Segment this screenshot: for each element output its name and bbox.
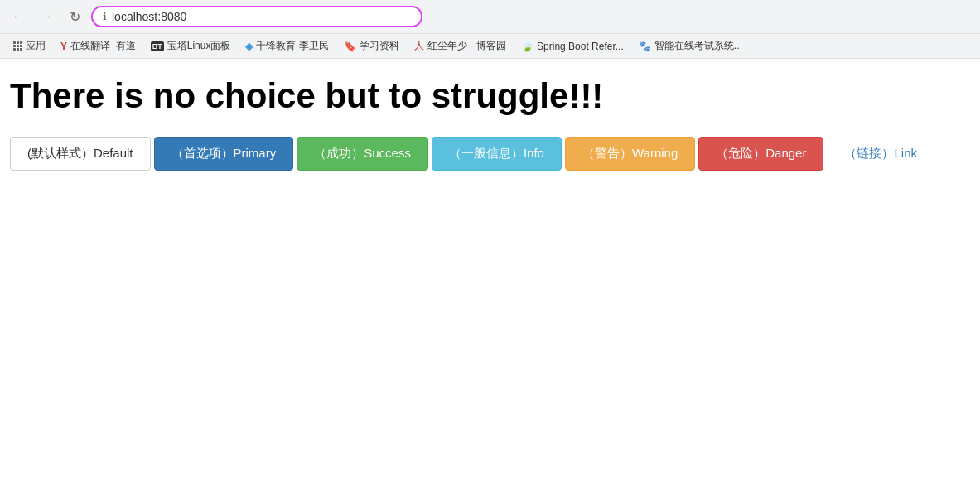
address-bar-icon: ℹ xyxy=(103,11,107,22)
btn-primary[interactable]: （首选项）Primary xyxy=(154,137,294,171)
address-bar-input[interactable] xyxy=(112,10,411,23)
browser-toolbar: ← → ↻ ℹ xyxy=(0,0,980,33)
bookmark-qf[interactable]: ◈ 千锋教育-李卫民 xyxy=(239,36,336,56)
bookmark-hongchen-label: 红尘年少 - 博客园 xyxy=(427,39,506,53)
bookmark-exam-icon: 🐾 xyxy=(639,41,651,52)
bookmark-exam-label: 智能在线考试系统.. xyxy=(654,39,740,53)
bookmark-hongchen-icon: 人 xyxy=(414,39,424,53)
forward-button[interactable]: → xyxy=(35,5,58,28)
bookmark-qf-icon: ◈ xyxy=(245,41,253,52)
buttons-row: (默认样式）Default （首选项）Primary （成功）Success （… xyxy=(10,137,970,171)
browser-chrome: ← → ↻ ℹ 应用 Y 在线翻译_有道 BT 宝塔Linux xyxy=(0,0,980,59)
back-button[interactable]: ← xyxy=(7,5,30,28)
address-bar-wrapper: ℹ xyxy=(91,6,422,27)
page-title: There is no choice but to struggle!!! xyxy=(10,75,970,117)
bookmark-qf-label: 千锋教育-李卫民 xyxy=(256,39,329,53)
bookmark-bt[interactable]: BT 宝塔Linux面板 xyxy=(144,36,238,56)
btn-danger[interactable]: （危险）Danger xyxy=(698,137,823,171)
bookmark-apps[interactable]: 应用 xyxy=(7,36,52,56)
btn-info[interactable]: （一般信息）Info xyxy=(432,137,562,171)
bookmark-learning-label: 学习资料 xyxy=(360,39,399,53)
bookmark-hongchen[interactable]: 人 红尘年少 - 博客园 xyxy=(408,36,513,56)
reload-button[interactable]: ↻ xyxy=(63,5,86,28)
bookmark-learning[interactable]: 🔖 学习资料 xyxy=(337,36,406,56)
bookmark-exam[interactable]: 🐾 智能在线考试系统.. xyxy=(632,36,746,56)
bookmark-bt-icon: BT xyxy=(151,41,164,51)
bookmark-apps-label: 应用 xyxy=(26,39,46,53)
bookmark-youdao[interactable]: Y 在线翻译_有道 xyxy=(54,36,142,56)
bookmark-springboot-icon: 🍃 xyxy=(521,41,533,52)
page-content: There is no choice but to struggle!!! (默… xyxy=(0,59,980,187)
bookmark-springboot[interactable]: 🍃 Spring Boot Refer... xyxy=(514,38,630,55)
btn-link[interactable]: （链接）Link xyxy=(827,137,934,171)
btn-warning[interactable]: （警告）Warning xyxy=(565,137,695,171)
btn-success[interactable]: （成功）Success xyxy=(297,137,428,171)
bookmark-bt-label: 宝塔Linux面板 xyxy=(167,39,231,53)
btn-default[interactable]: (默认样式）Default xyxy=(10,137,151,171)
bookmark-youdao-icon: Y xyxy=(60,41,67,52)
bookmark-youdao-label: 在线翻译_有道 xyxy=(70,39,136,53)
bookmark-learning-icon: 🔖 xyxy=(344,41,356,52)
apps-grid-icon xyxy=(13,41,22,51)
bookmarks-bar: 应用 Y 在线翻译_有道 BT 宝塔Linux面板 ◈ 千锋教育-李卫民 🔖 学… xyxy=(0,33,980,58)
bookmark-springboot-label: Spring Boot Refer... xyxy=(537,41,624,52)
